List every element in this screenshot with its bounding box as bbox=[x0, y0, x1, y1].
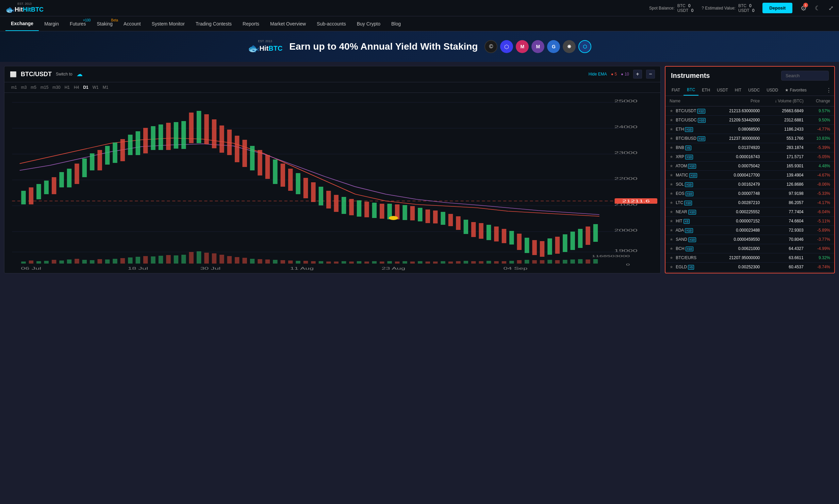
tab-usdd[interactable]: USDD bbox=[763, 85, 782, 95]
svg-rect-74 bbox=[456, 216, 460, 230]
table-row[interactable]: ★ SOL×10 0.00162479 126.8686 -8.06% bbox=[665, 180, 834, 189]
zoom-in-button[interactable]: + bbox=[633, 70, 642, 79]
table-row[interactable]: ★ BTC/USDC×10 21209.53442000 2312.6881 9… bbox=[665, 116, 834, 125]
tf-h4[interactable]: H4 bbox=[72, 84, 80, 90]
svg-rect-142 bbox=[395, 262, 399, 264]
star-icon[interactable]: ★ bbox=[670, 164, 673, 168]
tab-more-icon[interactable]: ⋮ bbox=[826, 87, 832, 94]
nav-item-futures[interactable]: Futures ×100 bbox=[64, 17, 91, 31]
nav-item-buy-crypto[interactable]: Buy Crypto bbox=[351, 17, 386, 31]
nav-item-trading-contests[interactable]: Trading Contests bbox=[190, 17, 237, 31]
switch-to-label[interactable]: Switch to bbox=[56, 72, 72, 77]
tf-m1b[interactable]: M1 bbox=[101, 84, 110, 90]
zoom-out-button[interactable]: − bbox=[646, 70, 655, 79]
table-row[interactable]: ★ EOS×10 0.00007748 97.9198 -5.33% bbox=[665, 189, 834, 198]
star-icon[interactable]: ★ bbox=[670, 228, 673, 233]
star-icon[interactable]: ★ bbox=[670, 209, 673, 214]
nav-item-sub-accounts[interactable]: Sub-accounts bbox=[311, 17, 351, 31]
nav-item-system-monitor[interactable]: System Monitor bbox=[146, 17, 190, 31]
staking-banner[interactable]: EST. 2013 🐟 HitBTC Earn up to 40% Annual… bbox=[0, 31, 839, 62]
svg-rect-46 bbox=[242, 140, 247, 167]
svg-rect-78 bbox=[487, 225, 491, 240]
tf-w1[interactable]: W1 bbox=[91, 84, 100, 90]
table-row[interactable]: ★ BCH×10 0.00621000 64.4327 -4.99% bbox=[665, 244, 834, 253]
expand-icon[interactable]: ⤢ bbox=[828, 4, 834, 12]
search-input[interactable] bbox=[781, 71, 829, 81]
star-icon[interactable]: ★ bbox=[670, 182, 673, 187]
theme-icon[interactable]: ☾ bbox=[815, 4, 820, 12]
star-icon[interactable]: ★ bbox=[670, 191, 673, 196]
svg-rect-156 bbox=[502, 261, 506, 264]
star-icon[interactable]: ★ bbox=[670, 237, 673, 242]
table-row[interactable]: ★ BNB×5 0.01374920 283.1874 -5.39% bbox=[665, 143, 834, 152]
table-row[interactable]: ★ MATIC×10 0.0000417700 139.4904 -4.67% bbox=[665, 171, 834, 180]
table-row[interactable]: ★ BTC/USDT×12 21213.63000000 25663.6849 … bbox=[665, 106, 834, 116]
nav-item-account[interactable]: Account bbox=[118, 17, 146, 31]
svg-rect-24 bbox=[75, 164, 79, 184]
nav-item-market-overview[interactable]: Market Overview bbox=[265, 17, 311, 31]
star-icon[interactable]: ★ bbox=[670, 200, 673, 205]
table-row[interactable]: ★ LTC×10 0.00287210 86.2057 -4.17% bbox=[665, 198, 834, 207]
table-row[interactable]: ★ ATOM×10 0.00075042 165.9301 4.48% bbox=[665, 162, 834, 171]
nav-item-exchange[interactable]: Exchange bbox=[5, 17, 39, 31]
tab-fiat[interactable]: FIAT bbox=[668, 85, 684, 95]
nav-item-margin[interactable]: Margin bbox=[39, 17, 64, 31]
table-row[interactable]: ★ BTC/DAI 21217.15000000 38.7707 9.33% bbox=[665, 272, 834, 273]
svg-rect-58 bbox=[334, 195, 338, 212]
tf-m3[interactable]: m3 bbox=[20, 84, 28, 90]
deposit-button[interactable]: Deposit bbox=[762, 3, 792, 13]
hide-ema-btn[interactable]: Hide EMA bbox=[589, 72, 607, 77]
change-cell: 9.33% bbox=[808, 272, 834, 273]
star-icon[interactable]: ★ bbox=[670, 246, 673, 251]
price-cell: 0.01374920 bbox=[718, 143, 764, 152]
table-row[interactable]: ★ XRP×10 0.000016743 171.5717 -5.05% bbox=[665, 152, 834, 162]
table-row[interactable]: ★ SAND×10 0.0000459550 70.8046 -3.77% bbox=[665, 235, 834, 244]
star-icon[interactable]: ★ bbox=[670, 108, 673, 113]
svg-text:04 Sep: 04 Sep bbox=[504, 267, 528, 271]
nav-item-blog[interactable]: Blog bbox=[386, 17, 406, 31]
svg-rect-85 bbox=[540, 241, 544, 257]
tab-hit[interactable]: HIT bbox=[731, 85, 745, 95]
settings-icon[interactable]: ⚙ 1 bbox=[801, 4, 807, 12]
star-icon[interactable]: ★ bbox=[670, 173, 673, 178]
svg-rect-143 bbox=[402, 261, 407, 264]
table-row[interactable]: ★ ADA×10 0.000023488 72.9303 -5.89% bbox=[665, 226, 834, 235]
price-cell: 0.000016743 bbox=[718, 152, 764, 162]
svg-rect-31 bbox=[128, 135, 132, 155]
price-cell: 0.00162479 bbox=[718, 180, 764, 189]
volume-cell: 283.1874 bbox=[764, 143, 807, 152]
table-row[interactable]: ★ HIT×3 0.000007152 74.6604 -5.11% bbox=[665, 217, 834, 226]
tf-m1[interactable]: m1 bbox=[10, 84, 18, 90]
table-row[interactable]: ★ BTC/BUSD×10 21237.90000000 553.1766 10… bbox=[665, 134, 834, 143]
star-icon[interactable]: ★ bbox=[670, 219, 673, 223]
svg-rect-82 bbox=[517, 234, 522, 250]
star-icon[interactable]: ★ bbox=[670, 136, 673, 141]
star-icon[interactable]: ★ bbox=[670, 265, 673, 269]
tf-m30[interactable]: m30 bbox=[51, 84, 62, 90]
tf-h1[interactable]: H1 bbox=[63, 84, 71, 90]
star-icon[interactable]: ★ bbox=[670, 118, 673, 122]
tab-eth[interactable]: ETH bbox=[698, 85, 713, 95]
tf-d1[interactable]: D1 bbox=[82, 84, 89, 90]
tab-btc[interactable]: BTC bbox=[684, 85, 698, 96]
switch-icon[interactable]: ☁ bbox=[77, 70, 83, 78]
tab-usdc[interactable]: USDC bbox=[745, 85, 763, 95]
table-row[interactable]: ★ ETH×10 0.08068500 1186.2433 -4.77% bbox=[665, 125, 834, 134]
table-row[interactable]: ★ NEAR×10 0.000225552 77.7404 -6.04% bbox=[665, 207, 834, 217]
star-icon[interactable]: ★ bbox=[670, 255, 673, 260]
table-row[interactable]: ★ BTC/EURS 21207.95000000 63.6611 9.32% bbox=[665, 253, 834, 263]
star-icon[interactable]: ★ bbox=[670, 154, 673, 159]
nav-item-staking[interactable]: Staking Beta bbox=[91, 17, 118, 31]
tf-m15[interactable]: m15 bbox=[39, 84, 50, 90]
tab-favorites[interactable]: ★ Favorites bbox=[782, 85, 810, 95]
svg-text:21211.6: 21211.6 bbox=[622, 199, 650, 203]
star-icon[interactable]: ★ bbox=[670, 145, 673, 150]
svg-rect-115 bbox=[189, 252, 194, 264]
svg-rect-23 bbox=[67, 169, 71, 187]
tf-m5[interactable]: m5 bbox=[29, 84, 38, 90]
table-row[interactable]: ★ EGLD×5 0.00252300 60.4537 -8.74% bbox=[665, 263, 834, 272]
nav-item-reports[interactable]: Reports bbox=[237, 17, 265, 31]
star-icon[interactable]: ★ bbox=[670, 127, 673, 132]
tab-usdt[interactable]: USDT bbox=[713, 85, 731, 95]
svg-rect-29 bbox=[113, 142, 117, 163]
